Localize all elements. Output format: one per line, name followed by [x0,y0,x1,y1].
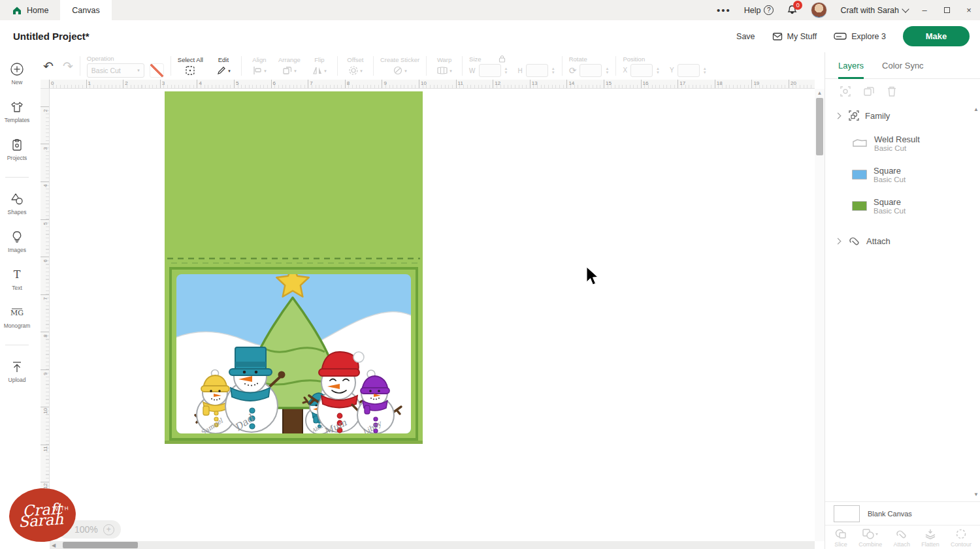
card-design[interactable]: Samuel D [165,91,423,444]
avatar[interactable] [811,2,827,18]
height-stepper[interactable]: ▲▼ [551,67,555,74]
account-name: Craft with Sarah [840,6,899,15]
notifications-button[interactable]: 0 [787,5,798,16]
position-group: Position X ▲▼ Y ▲▼ [623,55,706,77]
account-menu[interactable]: Craft with Sarah [840,6,908,15]
expand-icon[interactable] [835,238,841,244]
zoom-in-icon[interactable]: + [103,524,114,535]
flip-button[interactable]: Flip ▾ [308,56,331,76]
create-sticker-button[interactable]: Create Sticker ▾ [380,56,419,76]
y-stepper[interactable]: ▲▼ [703,67,707,74]
my-stuff-button[interactable]: My Stuff [772,31,817,42]
tab-layers[interactable]: Layers [838,52,864,79]
horizontal-scroll-thumb[interactable] [63,542,138,548]
expand-icon[interactable] [835,112,841,119]
close-button[interactable]: × [958,0,980,20]
warp-icon [436,66,448,75]
more-menu-button[interactable]: ••• [717,5,731,16]
left-sidebar: New Templates Projects Shapes Images T T… [0,52,34,549]
pencil-icon [216,65,227,76]
slice-button[interactable]: Slice [834,528,847,548]
sidebar-item-templates[interactable]: Templates [5,100,30,123]
scroll-down-icon[interactable]: ▼ [973,492,979,497]
vertical-scroll-thumb[interactable] [816,98,823,155]
scroll-left-icon[interactable]: ◀ [50,541,57,549]
shapes-icon [10,192,24,206]
restore-button[interactable] [936,0,958,20]
ruler-label: 5 [42,219,48,227]
color-swatch[interactable] [150,63,164,78]
sidebar-item-projects[interactable]: Projects [7,138,27,161]
arrange-icon [282,65,293,76]
rotate-input[interactable] [580,64,602,77]
mouse-cursor [586,266,599,287]
select-all-button[interactable]: Select All [178,56,203,76]
ruler-label: 18 [717,80,723,86]
vertical-ruler: 23456789101112 [41,89,50,541]
group-button[interactable] [840,86,851,97]
x-input[interactable] [630,64,653,77]
duplicate-button[interactable] [863,86,875,97]
attach-button[interactable]: Attach [893,528,910,548]
rotate-stepper[interactable]: ▲▼ [605,67,609,74]
layer-group-attach[interactable]: Attach [825,229,980,253]
make-button[interactable]: Make [903,26,970,46]
sidebar-item-images[interactable]: Images [8,230,26,253]
ruler-label: 7 [310,80,312,86]
ruler-label: 0 [51,80,54,86]
tab-color-sync[interactable]: Color Sync [882,52,924,79]
y-input[interactable] [678,64,700,77]
vertical-scrollbar[interactable]: ▲ [815,89,825,541]
offset-button[interactable]: Offset ▾ [344,56,367,76]
layer-title: Square [874,197,906,207]
combine-button[interactable]: Combine [858,528,882,548]
delete-button[interactable] [887,86,897,97]
layer-group-family[interactable]: Family [825,104,980,127]
ruler-label: 11 [42,445,48,452]
undo-button[interactable]: ↶ [43,59,54,74]
scroll-up-icon[interactable]: ▲ [973,106,979,112]
rotate-icon: ⟳ [569,65,577,76]
sidebar-item-upload[interactable]: Upload [8,360,26,383]
blank-canvas-row[interactable]: Blank Canvas [825,501,980,525]
ruler-label: 4 [42,182,48,190]
layer-square-blue[interactable]: Square Basic Cut [825,159,980,190]
width-input[interactable] [479,64,501,77]
redo-button[interactable]: ↷ [63,59,73,74]
lock-icon[interactable] [498,55,506,63]
ruler-label: 8 [347,80,350,86]
ruler-label: 15 [606,80,612,86]
size-group: Size W ▲▼ H ▲▼ [469,55,555,77]
help-button[interactable]: Help ? [744,5,774,15]
ruler-label: 9 [384,80,386,86]
edit-button[interactable]: Edit ▾ [212,56,235,76]
operation-label: Operation [87,55,164,62]
ruler-label: 7 [42,294,48,302]
sidebar-item-text[interactable]: T Text [10,268,24,291]
width-stepper[interactable]: ▲▼ [504,67,508,74]
explore-machine-button[interactable]: Explore 3 [834,32,886,41]
arrange-button[interactable]: Arrange ▾ [278,56,301,76]
operation-select[interactable]: Basic Cut ▾ [87,63,144,78]
sidebar-item-new[interactable]: New [10,62,24,86]
blank-canvas-label: Blank Canvas [868,510,912,518]
flatten-button[interactable]: Flatten [921,528,939,548]
horizontal-scrollbar[interactable]: ◀ [50,541,815,549]
contour-button[interactable]: Contour [951,528,972,548]
height-input[interactable] [526,64,548,77]
sidebar-item-shapes[interactable]: Shapes [8,192,27,215]
scroll-up-icon[interactable]: ▲ [815,89,825,97]
sidebar-item-monogram[interactable]: MG Monogram [4,306,31,329]
save-button[interactable]: Save [736,32,755,41]
canvas-tab[interactable]: Canvas [60,0,111,20]
x-stepper[interactable]: ▲▼ [656,67,660,74]
home-tab[interactable]: Home [0,0,60,20]
align-button[interactable]: Align ▾ [248,56,270,76]
ruler-label: 3 [42,144,48,152]
design-canvas[interactable]: Samuel D [50,89,815,541]
minimize-button[interactable]: – [913,0,936,20]
layer-square-green[interactable]: Square Basic Cut [825,190,980,221]
warp-button[interactable]: Warp ▾ [433,56,455,76]
ruler-label: 20 [791,80,796,86]
layer-weld-result[interactable]: Weld Result Basic Cut [825,127,980,159]
